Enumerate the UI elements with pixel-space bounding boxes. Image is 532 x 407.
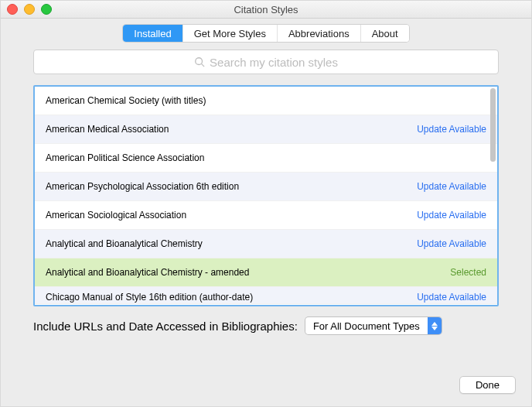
list-item[interactable]: American Chemical Society (with titles) <box>35 87 497 115</box>
style-list-scroll[interactable]: American Chemical Society (with titles) … <box>35 87 497 305</box>
titlebar: Citation Styles <box>1 1 531 19</box>
list-item[interactable]: American Psychological Association 6th e… <box>35 173 497 201</box>
scrollbar[interactable] <box>490 88 496 162</box>
list-item[interactable]: American Political Science Association <box>35 144 497 173</box>
tabbar: Installed Get More Styles Abbreviations … <box>1 19 531 50</box>
style-name: American Chemical Society (with titles) <box>46 95 206 106</box>
search-icon <box>194 56 205 67</box>
style-status[interactable]: Update Available <box>417 292 486 303</box>
style-status: Selected <box>450 267 486 278</box>
tab-abbreviations[interactable]: Abbreviations <box>277 25 360 42</box>
style-name: American Medical Association <box>46 124 169 135</box>
style-status[interactable]: Update Available <box>417 181 486 192</box>
tab-get-more-styles[interactable]: Get More Styles <box>182 25 277 42</box>
tab-about[interactable]: About <box>360 25 409 42</box>
window-title: Citation Styles <box>1 4 531 15</box>
style-status[interactable]: Update Available <box>417 238 486 249</box>
segmented-control: Installed Get More Styles Abbreviations … <box>123 25 408 42</box>
svg-point-0 <box>196 58 203 65</box>
search-placeholder: Search my citation styles <box>210 56 338 69</box>
chevron-up-down-icon <box>428 317 442 334</box>
include-urls-select[interactable]: For All Document Types <box>305 317 442 334</box>
include-urls-label: Include URLs and Date Accessed in Biblio… <box>33 320 298 333</box>
list-item[interactable]: Chicago Manual of Style 16th edition (au… <box>35 287 497 304</box>
style-status[interactable]: Update Available <box>417 124 486 135</box>
style-list: American Chemical Society (with titles) … <box>33 85 499 306</box>
style-name: American Political Science Association <box>46 152 204 163</box>
list-item[interactable]: American Medical Association Update Avai… <box>35 115 497 144</box>
style-name: Chicago Manual of Style 16th edition (au… <box>46 292 253 303</box>
list-item[interactable]: Analytical and Bioanalytical Chemistry U… <box>35 230 497 258</box>
include-urls-row: Include URLs and Date Accessed in Biblio… <box>33 317 499 334</box>
list-item[interactable]: American Sociological Association Update… <box>35 201 497 230</box>
style-name: American Sociological Association <box>46 210 186 221</box>
footer: Done <box>1 364 531 406</box>
style-name: American Psychological Association 6th e… <box>46 181 239 192</box>
style-name: Analytical and Bioanalytical Chemistry -… <box>46 267 249 278</box>
select-value: For All Document Types <box>305 317 428 334</box>
search-input[interactable]: Search my citation styles <box>33 50 499 74</box>
list-item[interactable]: Analytical and Bioanalytical Chemistry -… <box>35 258 497 287</box>
style-name: Analytical and Bioanalytical Chemistry <box>46 238 203 249</box>
content-area: Search my citation styles American Chemi… <box>1 50 531 364</box>
tab-installed[interactable]: Installed <box>123 25 182 42</box>
done-button[interactable]: Done <box>459 376 516 394</box>
svg-line-1 <box>202 64 205 67</box>
citation-styles-window: Citation Styles Installed Get More Style… <box>0 0 532 407</box>
style-status[interactable]: Update Available <box>417 210 486 221</box>
